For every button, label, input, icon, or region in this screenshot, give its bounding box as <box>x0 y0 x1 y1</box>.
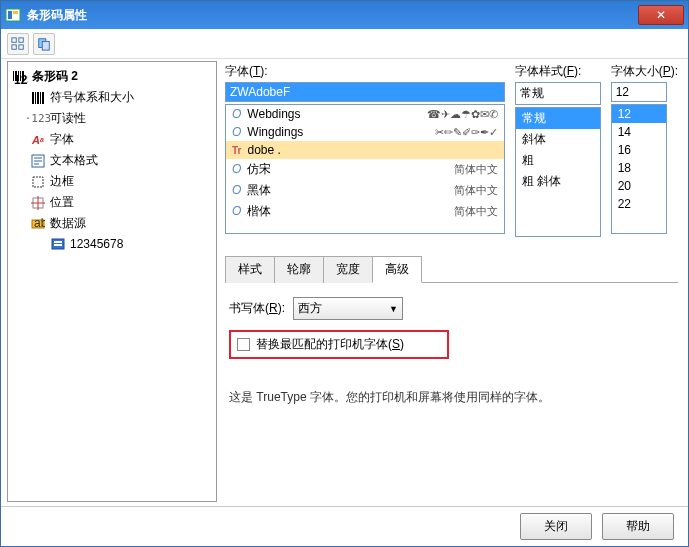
font-icon: Aa <box>30 132 46 148</box>
close-icon: ✕ <box>656 8 666 22</box>
font-row: 字体(T): ZWAdobeF OWebdings☎✈☁☂✿✉✆ OWingdi… <box>225 63 678 237</box>
tree-item-position[interactable]: 位置 <box>10 192 214 213</box>
tree-item-textformat[interactable]: 文本格式 <box>10 150 214 171</box>
size-listbox[interactable]: 12 14 16 18 20 22 <box>611 104 667 234</box>
tab-panel-advanced: 书写体(R): 西方 ▼ 替换最匹配的打印机字体(S) 这是 TrueType … <box>225 283 678 420</box>
svg-rect-8 <box>42 41 49 50</box>
dialog-footer: 关闭 帮助 <box>1 506 688 546</box>
size-list-item[interactable]: 14 <box>612 123 666 141</box>
svg-text:123: 123 <box>14 73 28 85</box>
chevron-down-icon: ▼ <box>389 304 398 314</box>
right-pane: 字体(T): ZWAdobeF OWebdings☎✈☁☂✿✉✆ OWingdi… <box>221 59 688 506</box>
tabs: 样式 轮廓 宽度 高级 <box>225 255 678 283</box>
font-input[interactable]: ZWAdobeF <box>225 82 505 102</box>
font-list-item[interactable]: OWingdings✂✏✎✐✑✒✓ <box>226 123 504 141</box>
font-list-item[interactable]: OWebdings☎✈☁☂✿✉✆ <box>226 105 504 123</box>
checkbox[interactable] <box>237 338 250 351</box>
size-list-item[interactable]: 12 <box>612 105 666 123</box>
border-icon <box>30 174 46 190</box>
style-listbox[interactable]: 常规 斜体 粗 粗 斜体 <box>515 107 601 237</box>
size-group: 字体大小(P): 12 12 14 16 18 20 22 <box>611 63 678 237</box>
size-list-item[interactable]: 16 <box>612 141 666 159</box>
svg-rect-31 <box>54 241 62 243</box>
script-row: 书写体(R): 西方 ▼ <box>229 297 674 320</box>
tree-label: 数据源 <box>50 215 86 232</box>
font-listbox[interactable]: OWebdings☎✈☁☂✿✉✆ OWingdings✂✏✎✐✑✒✓ Trdob… <box>225 104 505 234</box>
dialog-window: 条形码属性 ✕ 123 条形码 2 符号体系和大小 ·123 <box>0 0 689 547</box>
svg-rect-24 <box>33 177 43 187</box>
font-list-item[interactable]: Trdobe . <box>226 141 504 159</box>
tree-item-datasource-value[interactable]: 12345678 <box>10 234 214 254</box>
info-text: 这是 TrueType 字体。您的打印机和屏幕将使用同样的字体。 <box>229 389 674 406</box>
number-icon: ·123 <box>30 111 46 127</box>
tree-label: 12345678 <box>70 237 123 251</box>
app-icon <box>5 7 21 23</box>
close-dialog-button[interactable]: 关闭 <box>520 513 592 540</box>
tree-root-label: 条形码 2 <box>32 68 78 85</box>
tree-label: 位置 <box>50 194 74 211</box>
barcode-icon: 123 <box>12 69 28 85</box>
style-list-item[interactable]: 常规 <box>516 108 600 129</box>
svg-text:ab: ab <box>34 217 45 230</box>
data-icon <box>50 236 66 252</box>
tree-label: 边框 <box>50 173 74 190</box>
svg-rect-32 <box>54 244 62 246</box>
svg-rect-16 <box>35 92 36 104</box>
tree-pane[interactable]: 123 条形码 2 符号体系和大小 ·123 可读性 Aa 字体 文本格式 <box>7 61 217 502</box>
tree-label: 可读性 <box>50 110 86 127</box>
textformat-icon <box>30 153 46 169</box>
font-group: 字体(T): ZWAdobeF OWebdings☎✈☁☂✿✉✆ OWingdi… <box>225 63 505 237</box>
tree-item-symbology[interactable]: 符号体系和大小 <box>10 87 214 108</box>
script-label: 书写体(R): <box>229 300 285 317</box>
bars-icon <box>30 90 46 106</box>
selection-icon <box>11 37 25 51</box>
size-list-item[interactable]: 22 <box>612 195 666 213</box>
font-list-item[interactable]: O仿宋简体中文 <box>226 159 504 180</box>
copy-icon <box>37 37 51 51</box>
size-list-item[interactable]: 18 <box>612 159 666 177</box>
tree-item-border[interactable]: 边框 <box>10 171 214 192</box>
position-icon <box>30 195 46 211</box>
script-combo[interactable]: 西方 ▼ <box>293 297 403 320</box>
svg-rect-4 <box>19 38 23 42</box>
tree-item-font[interactable]: Aa 字体 <box>10 129 214 150</box>
svg-rect-2 <box>13 11 18 14</box>
size-label: 字体大小(P): <box>611 63 678 80</box>
svg-rect-18 <box>40 92 41 104</box>
font-list-item[interactable]: O黑体简体中文 <box>226 180 504 201</box>
style-list-item[interactable]: 粗 <box>516 150 600 171</box>
style-input[interactable]: 常规 <box>515 82 601 105</box>
font-label: 字体(T): <box>225 63 505 80</box>
dialog-body: 123 条形码 2 符号体系和大小 ·123 可读性 Aa 字体 文本格式 <box>1 59 688 506</box>
svg-rect-3 <box>12 38 16 42</box>
toolbar-button-2[interactable] <box>33 33 55 55</box>
toolbar-button-1[interactable] <box>7 33 29 55</box>
tab-advanced[interactable]: 高级 <box>372 256 422 283</box>
help-button[interactable]: 帮助 <box>602 513 674 540</box>
close-button[interactable]: ✕ <box>638 5 684 25</box>
style-list-item[interactable]: 斜体 <box>516 129 600 150</box>
tab-outline[interactable]: 轮廓 <box>274 256 324 283</box>
svg-rect-1 <box>8 11 12 19</box>
tree-root[interactable]: 123 条形码 2 <box>10 66 214 87</box>
window-title: 条形码属性 <box>27 7 638 24</box>
tree-item-datasource[interactable]: ab 数据源 <box>10 213 214 234</box>
tree-label: 符号体系和大小 <box>50 89 134 106</box>
tree-label: 文本格式 <box>50 152 98 169</box>
style-list-item[interactable]: 粗 斜体 <box>516 171 600 192</box>
style-group: 字体样式(F): 常规 常规 斜体 粗 粗 斜体 <box>515 63 601 237</box>
size-input[interactable]: 12 <box>611 82 667 102</box>
printer-font-checkbox-row[interactable]: 替换最匹配的打印机字体(S) <box>229 330 449 359</box>
svg-rect-5 <box>12 45 16 49</box>
svg-rect-15 <box>32 92 34 104</box>
tree-item-readability[interactable]: ·123 可读性 <box>10 108 214 129</box>
tab-width[interactable]: 宽度 <box>323 256 373 283</box>
font-list-item[interactable]: O楷体简体中文 <box>226 201 504 222</box>
tree-label: 字体 <box>50 131 74 148</box>
tab-style[interactable]: 样式 <box>225 256 275 283</box>
size-list-item[interactable]: 20 <box>612 177 666 195</box>
svg-rect-17 <box>37 92 39 104</box>
svg-rect-19 <box>42 92 44 104</box>
datasource-icon: ab <box>30 216 46 232</box>
titlebar[interactable]: 条形码属性 ✕ <box>1 1 688 29</box>
